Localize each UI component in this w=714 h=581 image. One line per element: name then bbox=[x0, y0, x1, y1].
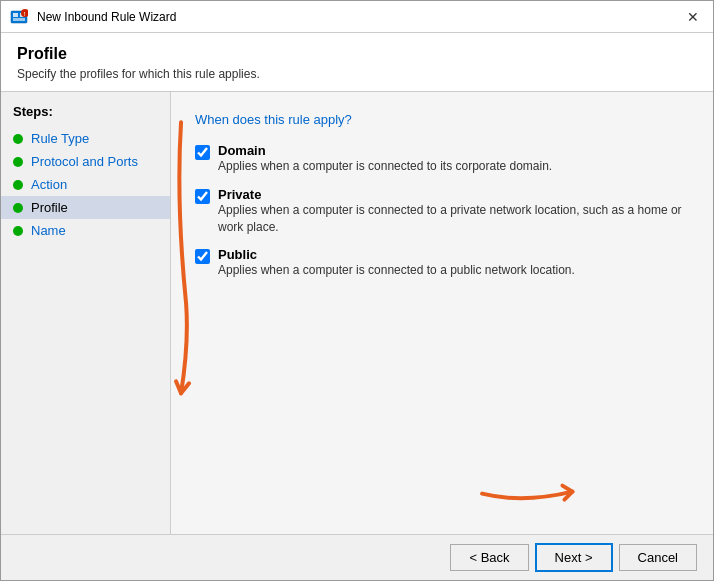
title-bar-title: New Inbound Rule Wizard bbox=[37, 10, 681, 24]
steps-label: Steps: bbox=[1, 104, 170, 127]
sidebar-item-action[interactable]: Action bbox=[1, 173, 170, 196]
public-checkbox[interactable] bbox=[195, 249, 210, 264]
private-label[interactable]: Private bbox=[218, 187, 689, 202]
page-title: Profile bbox=[17, 45, 697, 63]
public-description: Applies when a computer is connected to … bbox=[218, 263, 575, 277]
sidebar-item-protocol-ports[interactable]: Protocol and Ports bbox=[1, 150, 170, 173]
domain-description: Applies when a computer is connected to … bbox=[218, 159, 552, 173]
public-content: Public Applies when a computer is connec… bbox=[218, 247, 575, 279]
back-button[interactable]: < Back bbox=[450, 544, 528, 571]
cancel-button[interactable]: Cancel bbox=[619, 544, 697, 571]
sidebar-item-label-profile: Profile bbox=[31, 200, 68, 215]
domain-checkbox[interactable] bbox=[195, 145, 210, 160]
main-content: When does this rule apply? Domain Applie… bbox=[171, 92, 713, 534]
page-subtitle: Specify the profiles for which this rule… bbox=[17, 67, 697, 81]
sidebar-item-label-name: Name bbox=[31, 223, 66, 238]
private-row: Private Applies when a computer is conne… bbox=[195, 187, 689, 236]
sidebar-item-label-action: Action bbox=[31, 177, 67, 192]
step-dot-action bbox=[13, 180, 23, 190]
sidebar-item-rule-type[interactable]: Rule Type bbox=[1, 127, 170, 150]
title-bar-icon: ! bbox=[9, 7, 29, 27]
domain-row: Domain Applies when a computer is connec… bbox=[195, 143, 689, 175]
title-bar: ! New Inbound Rule Wizard ✕ bbox=[1, 1, 713, 33]
step-dot-profile bbox=[13, 203, 23, 213]
domain-content: Domain Applies when a computer is connec… bbox=[218, 143, 552, 175]
footer: < Back Next > Cancel bbox=[1, 534, 713, 580]
private-checkbox[interactable] bbox=[195, 189, 210, 204]
question-text: When does this rule apply? bbox=[195, 112, 689, 127]
svg-rect-1 bbox=[13, 13, 18, 17]
step-dot-protocol-ports bbox=[13, 157, 23, 167]
private-content: Private Applies when a computer is conne… bbox=[218, 187, 689, 236]
svg-rect-3 bbox=[13, 18, 25, 21]
sidebar-item-profile[interactable]: Profile bbox=[1, 196, 170, 219]
close-button[interactable]: ✕ bbox=[681, 5, 705, 29]
sidebar-item-label-rule-type: Rule Type bbox=[31, 131, 89, 146]
sidebar-item-label-protocol-ports: Protocol and Ports bbox=[31, 154, 138, 169]
step-dot-name bbox=[13, 226, 23, 236]
content-area: Steps: Rule Type Protocol and Ports Acti… bbox=[1, 92, 713, 534]
domain-label[interactable]: Domain bbox=[218, 143, 552, 158]
sidebar: Steps: Rule Type Protocol and Ports Acti… bbox=[1, 92, 171, 534]
public-label[interactable]: Public bbox=[218, 247, 575, 262]
next-button[interactable]: Next > bbox=[535, 543, 613, 572]
public-row: Public Applies when a computer is connec… bbox=[195, 247, 689, 279]
sidebar-item-name[interactable]: Name bbox=[1, 219, 170, 242]
step-dot-rule-type bbox=[13, 134, 23, 144]
wizard-window: ! New Inbound Rule Wizard ✕ Profile Spec… bbox=[0, 0, 714, 581]
private-description: Applies when a computer is connected to … bbox=[218, 203, 682, 234]
page-header: Profile Specify the profiles for which t… bbox=[1, 33, 713, 92]
